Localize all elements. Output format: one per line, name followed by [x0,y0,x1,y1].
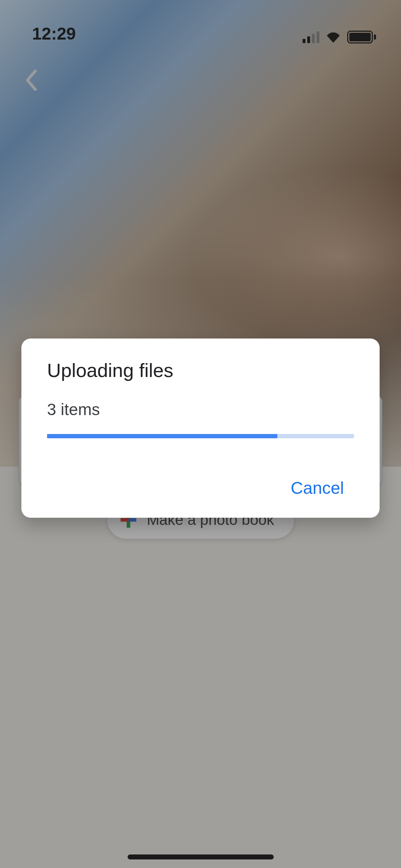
dialog-items-count: 3 items [47,400,354,419]
dialog-title: Uploading files [47,359,354,381]
screen-root: 12:29 Photo books fr [0,0,401,868]
upload-progress-fill [47,434,277,438]
cancel-button[interactable]: Cancel [281,472,354,503]
dialog-actions: Cancel [47,472,354,503]
upload-progress-bar [47,434,354,438]
upload-dialog: Uploading files 3 items Cancel [21,339,380,518]
